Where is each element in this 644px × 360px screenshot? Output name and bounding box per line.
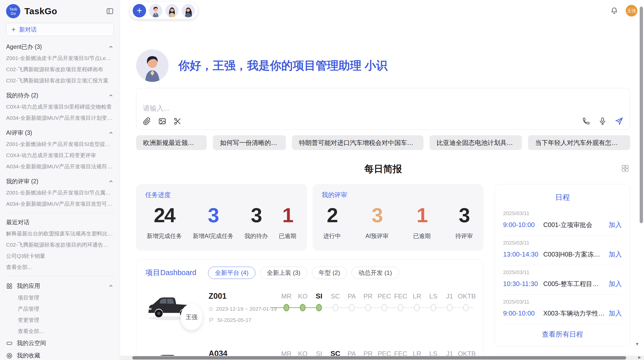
sidebar-item-cloud-space[interactable]: 我的云空间 — [6, 337, 114, 349]
recent-chat-item[interactable]: C02-飞腾新能源轻客改款项目的闭环通告反馈情况 — [6, 239, 114, 250]
vertical-scrollbar-thumb[interactable] — [640, 7, 643, 223]
schedule-date: 2025/03/11 — [503, 240, 622, 246]
milestone-pa: PA — [344, 291, 360, 313]
sidebar-collapse-icon[interactable] — [106, 7, 114, 15]
schedule-item: 2025/03/11 10:30-11:30 C005-整车工程目标评审 加入 — [503, 265, 622, 295]
horizontal-scrollbar-track[interactable] — [120, 356, 644, 360]
section-header-agent-done[interactable]: Agent已办 (3) — [6, 41, 114, 53]
section-header-my-review[interactable]: 我的评审 (2) — [6, 176, 114, 187]
sidebar-item[interactable]: C0X4-动力总成开发项目SI里程碑提交物检查 — [6, 101, 114, 112]
suggestion-chip[interactable]: 如何写一份清晰的项目周报 — [213, 135, 286, 150]
milestone-label: LR — [409, 291, 425, 302]
app-item-change-mgmt[interactable]: 变更管理 — [6, 314, 114, 326]
add-agent-button[interactable]: + — [133, 4, 146, 17]
milestone-j1: J1 — [442, 291, 458, 313]
dashboard-tabs: 全新平台 (4) 全新上装 (3) 年型 (2) 动总开发 (1) — [208, 267, 399, 279]
bell-icon[interactable] — [610, 7, 618, 14]
milestone-oktb: OKTB — [458, 291, 474, 313]
app-logo: Task Go — [6, 4, 20, 18]
suggestion-chip[interactable]: 特朗普可能对进口汽车增税会对中国车企造成哪些影响 — [292, 135, 423, 150]
scroll-right-arrow-icon[interactable]: ▸ — [638, 354, 641, 360]
top-actions: 王强 — [610, 5, 637, 17]
briefing-body: 任务进度 24 新增完成任务 3 新增AI完成任务 3 — [136, 184, 630, 360]
project-row-z001[interactable]: 王强 Z001 2023-12-19 ~ 2027-01-19 SI-2025-… — [145, 291, 474, 336]
join-link[interactable]: 加入 — [609, 309, 622, 318]
app-item-product-mgmt[interactable]: 产品管理 — [6, 303, 114, 314]
user-avatar[interactable]: 王强 — [626, 5, 637, 17]
sidebar-item[interactable]: A034-全新新能源MUV产品开发项目造型可行性评审 — [6, 198, 114, 209]
sidebar-item-favorites[interactable]: 我的收藏 — [6, 349, 114, 360]
agent-avatar-3[interactable] — [182, 4, 195, 17]
milestone-label: PEC — [376, 291, 392, 302]
sidebar-item-my-apps[interactable]: 我的应用 — [6, 280, 114, 292]
milestone-pec: PEC — [376, 291, 392, 313]
recent-chat-item[interactable]: 解释最新出台的欧盟报废车法规再生塑料比例被调至15%... — [6, 228, 114, 239]
sidebar-item[interactable]: Z001-全新燃油轻卡产品开发项目SI造型提交物评审 — [6, 139, 114, 150]
app-item-project-mgmt[interactable]: 项目管理 — [6, 292, 114, 303]
join-link[interactable]: 加入 — [609, 250, 622, 259]
scissors-icon[interactable] — [173, 117, 182, 125]
section-header-my-todo[interactable]: 我的待办 (2) — [6, 90, 114, 101]
join-link[interactable]: 加入 — [609, 220, 622, 229]
tab-new-platform[interactable]: 全新平台 (4) — [208, 267, 255, 279]
sidebar-item[interactable]: Z001-全新燃油轻卡产品开发项目SI节点属性5D文件评审 — [6, 187, 114, 198]
scroll-down-arrow-icon[interactable]: ▾ — [636, 341, 638, 347]
section-header-ai-review[interactable]: AI评审 (3) — [6, 127, 114, 139]
schedule-date: 2025/03/11 — [503, 210, 622, 216]
image-icon[interactable] — [158, 117, 166, 125]
suggestion-chip[interactable]: 欧洲新规最近颁布了什么? — [136, 135, 207, 150]
milestone-label: KO — [295, 291, 311, 302]
view-all-chats[interactable]: 查看全部... — [6, 262, 114, 273]
send-icon[interactable] — [615, 117, 623, 125]
milestone-dot — [463, 304, 469, 311]
milestone-sc: SC — [327, 291, 344, 313]
mic-icon[interactable] — [598, 117, 607, 125]
stat-label: AI预评审 — [365, 232, 389, 240]
left-column: 任务进度 24 新增完成任务 3 新增AI完成任务 3 — [136, 184, 484, 360]
paperclip-icon[interactable] — [143, 117, 151, 125]
section-header-recent-chats: 最近对话 — [6, 217, 114, 228]
stat-review-overdue: 1 已逾期 — [413, 205, 431, 240]
join-link[interactable]: 加入 — [609, 279, 622, 288]
sidebar-item[interactable]: A034-全新新能源MUV产品开发项目计划变更表编写 — [6, 112, 114, 124]
phone-icon[interactable] — [582, 117, 590, 125]
project-owner-badge: 王强 — [181, 304, 202, 330]
dashboard-header: 项目Dashboard 全新平台 (4) 全新上装 (3) 年型 (2) 动总开… — [145, 267, 474, 279]
grid-icon[interactable] — [621, 164, 630, 173]
section-title: Agent已办 (3) — [6, 43, 42, 51]
sidebar-scroll: Agent已办 (3) Z001-全新燃油皮卡产品开发项目SI节点Lesson … — [0, 38, 120, 360]
sidebar-item[interactable]: C02-飞腾新能源轻客改款项目立项汇报方案 — [6, 75, 114, 86]
milestone-dot — [332, 304, 338, 311]
cloud-icon — [6, 340, 13, 347]
new-chat-button[interactable]: + 新对话 — [6, 23, 114, 36]
sidebar-item[interactable]: A034-全新新能源MUV产品开发项目法规符合性评审 — [6, 161, 114, 172]
briefing-header: 每日简报 — [136, 163, 630, 174]
sidebar-item[interactable]: C0X4-动力总成开发项目工程变更评审 — [6, 150, 114, 161]
section-title: 我的待办 (2) — [6, 92, 38, 99]
task-progress-card: 任务进度 24 新增完成任务 3 新增AI完成任务 3 — [136, 184, 307, 251]
tab-powertrain[interactable]: 动总开发 (1) — [352, 267, 399, 279]
recent-chat-item[interactable]: 公司Q3轻卡销量 — [6, 250, 114, 262]
chat-input[interactable] — [143, 103, 564, 114]
suggestion-chip[interactable]: 比亚迪全固态电池计划具体说了什么 — [430, 135, 522, 150]
milestone-timeline: MRKOSISCPAPRPECFECLRLSJ1OKTB — [278, 291, 474, 313]
schedule-item: 2025/03/11 9:00-10:00 X003-车辆动力学性能验... 加… — [503, 295, 622, 324]
app-item-view-all[interactable]: 查看全部... — [6, 326, 114, 337]
suggestion-chip[interactable]: 当下年轻人对汽车外观有怎样的喜好趋势 — [528, 135, 630, 150]
stat-value: 3 — [365, 205, 389, 226]
sidebar-item[interactable]: Z001-全新燃油皮卡产品开发项目SI节点Lesson Learn报告 — [6, 53, 114, 64]
stat-value: 24 — [147, 205, 182, 226]
view-all-schedule[interactable]: 查看所有日程 — [503, 324, 622, 343]
new-chat-label: 新对话 — [19, 26, 37, 34]
agent-avatar-1[interactable] — [149, 4, 162, 17]
milestone-dot — [365, 304, 371, 311]
section-title: 我的评审 (2) — [6, 177, 38, 185]
stat-pending-review: 3 待评审 — [455, 205, 473, 240]
milestone-dot — [382, 304, 387, 311]
schedule-date: 2025/03/11 — [503, 269, 622, 275]
sidebar-item[interactable]: C02-飞腾新能源轻客改款项目里程碑画布 — [6, 64, 114, 75]
tab-model-year[interactable]: 年型 (2) — [312, 267, 347, 279]
horizontal-scrollbar-thumb[interactable] — [132, 356, 626, 359]
agent-avatar-2[interactable] — [165, 4, 179, 17]
tab-new-body[interactable]: 全新上装 (3) — [260, 267, 307, 279]
